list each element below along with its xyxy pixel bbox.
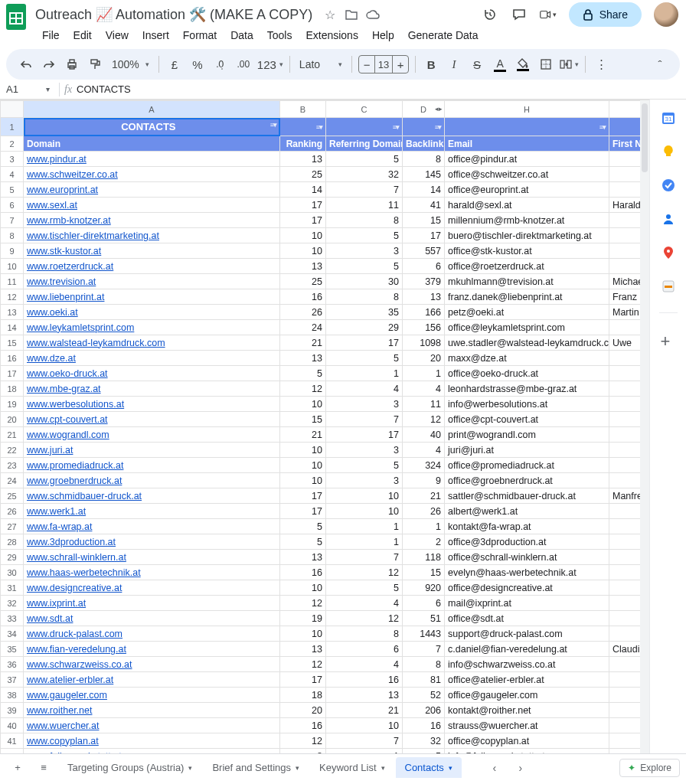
cell-refdomains[interactable]: 5: [326, 228, 403, 243]
cell-refdomains[interactable]: 11: [326, 198, 403, 213]
cell-refdomains[interactable]: 5: [326, 152, 403, 167]
cell-refdomains[interactable]: 7: [326, 182, 403, 198]
cell-firstname[interactable]: [609, 550, 644, 565]
cell-email[interactable]: info@werbesolutions.at: [445, 397, 609, 412]
maps-icon[interactable]: [661, 245, 676, 260]
cell-ranking[interactable]: 19: [280, 611, 326, 626]
cell-domain[interactable]: www.sexl.at: [24, 198, 280, 213]
cell-email[interactable]: office@pindur.at: [445, 152, 609, 167]
cell-ranking[interactable]: 10: [280, 626, 326, 642]
cell-firstname[interactable]: [609, 473, 644, 488]
cell-email[interactable]: office@schweitzer.co.at: [445, 167, 609, 182]
cell-ranking[interactable]: 10: [280, 473, 326, 488]
row-header[interactable]: 21: [1, 427, 24, 443]
cell-domain[interactable]: www.werk1.at: [24, 504, 280, 519]
cell-firstname[interactable]: Harald: [609, 198, 644, 213]
row-header[interactable]: 28: [1, 534, 24, 550]
cell-email[interactable]: buero@tischler-direktmarketing.at: [445, 228, 609, 243]
row-header[interactable]: 23: [1, 458, 24, 473]
cell-firstname[interactable]: [609, 657, 644, 672]
cell-backlinks[interactable]: 920: [403, 580, 445, 596]
cell-refdomains[interactable]: 30: [326, 274, 403, 289]
filter-icon[interactable]: ≡▾: [599, 123, 606, 131]
cell-ranking[interactable]: 16: [280, 565, 326, 580]
cell-email[interactable]: support@druck-palast.com: [445, 626, 609, 642]
cell-email[interactable]: office@sdt.at: [445, 611, 609, 626]
filter-icon[interactable]: ≡▾: [316, 123, 322, 131]
borders-button[interactable]: [535, 54, 557, 75]
row-header[interactable]: 41: [1, 733, 24, 749]
cell-firstname[interactable]: [609, 504, 644, 519]
cell-domain[interactable]: www.werbesolutions.at: [24, 397, 280, 412]
row-header[interactable]: 26: [1, 504, 24, 519]
cell-ranking[interactable]: 13: [280, 550, 326, 565]
header-email[interactable]: Email: [445, 136, 609, 152]
cell-backlinks[interactable]: 81: [403, 672, 445, 688]
cell-email[interactable]: sattler@schmidbauer-druck.at: [445, 488, 609, 504]
cell-ranking[interactable]: 21: [280, 335, 326, 351]
cell-ranking[interactable]: 16: [280, 718, 326, 733]
col-header-D[interactable]: D◂▸: [403, 101, 445, 118]
cell-email[interactable]: albert@werk1.at: [445, 504, 609, 519]
formula-input[interactable]: CONTACTS: [77, 83, 131, 95]
explore-button[interactable]: ✦ Explore: [619, 759, 680, 777]
calendar-icon[interactable]: 31: [661, 110, 676, 126]
cell-refdomains[interactable]: 17: [326, 335, 403, 351]
paint-format-icon[interactable]: [84, 54, 106, 75]
cell-refdomains[interactable]: 4: [326, 596, 403, 611]
cell-domain[interactable]: www.schweitzer.co.at: [24, 167, 280, 182]
header-refdomains[interactable]: Referring Domains: [326, 136, 403, 152]
cell-firstname[interactable]: Manfre: [609, 488, 644, 504]
cell-backlinks[interactable]: 20: [403, 351, 445, 366]
cell-firstname[interactable]: [609, 167, 644, 182]
font-size-increase[interactable]: +: [393, 58, 408, 71]
header-backlinks[interactable]: Backlinks: [403, 136, 445, 152]
cell-refdomains[interactable]: 5: [326, 580, 403, 596]
cell-refdomains[interactable]: 12: [326, 565, 403, 580]
cell-email[interactable]: leonhardstrasse@mbe-graz.at: [445, 381, 609, 397]
cell-backlinks[interactable]: 17: [403, 228, 445, 243]
account-avatar[interactable]: [654, 2, 678, 27]
cell-email[interactable]: info@schwarzweiss.co.at: [445, 657, 609, 672]
bold-button[interactable]: B: [420, 54, 442, 75]
cell-backlinks[interactable]: 1443: [403, 626, 445, 642]
cell-email[interactable]: office@leykamletsprint.com: [445, 320, 609, 335]
row-header[interactable]: 39: [1, 703, 24, 718]
cell-ranking[interactable]: 13: [280, 259, 326, 274]
cell-backlinks[interactable]: 1: [403, 366, 445, 381]
history-icon[interactable]: [482, 6, 498, 23]
menu-help[interactable]: Help: [367, 26, 400, 44]
cell-firstname[interactable]: [609, 580, 644, 596]
cell-domain[interactable]: www.mbe-graz.at: [24, 381, 280, 397]
cell-backlinks[interactable]: 206: [403, 703, 445, 718]
row-header[interactable]: 14: [1, 320, 24, 335]
cell-domain[interactable]: www.roetzerdruck.at: [24, 259, 280, 274]
keep-icon[interactable]: [661, 144, 676, 159]
cell-firstname[interactable]: [609, 443, 644, 458]
cell-refdomains[interactable]: 21: [326, 703, 403, 718]
sheets-app-icon[interactable]: [6, 4, 26, 30]
row-header[interactable]: 12: [1, 289, 24, 305]
menu-data[interactable]: Data: [225, 26, 259, 44]
row-header[interactable]: 31: [1, 580, 24, 596]
cell-ranking[interactable]: 10: [280, 443, 326, 458]
cell-refdomains[interactable]: 5: [326, 259, 403, 274]
cell-domain[interactable]: www.schrall-winklern.at: [24, 550, 280, 565]
cell-backlinks[interactable]: 40: [403, 427, 445, 443]
cell-firstname[interactable]: [609, 381, 644, 397]
cell-ranking[interactable]: 13: [280, 642, 326, 657]
col-header-C[interactable]: C: [326, 101, 403, 118]
cell-firstname[interactable]: Michae: [609, 274, 644, 289]
cell-ranking[interactable]: 25: [280, 274, 326, 289]
row-header-2[interactable]: 2: [1, 136, 24, 152]
name-box-dropdown-icon[interactable]: ▾: [41, 85, 54, 93]
get-addons-icon[interactable]: +: [661, 332, 676, 347]
cell-refdomains[interactable]: 7: [326, 412, 403, 427]
sheet-tab-targeting-groups-austria-[interactable]: Targeting Groups (Austria)▾: [58, 757, 201, 778]
cell-domain[interactable]: www.oeko-druck.at: [24, 366, 280, 381]
cell-firstname[interactable]: [609, 519, 644, 534]
scroll-tabs-right[interactable]: ›: [509, 756, 532, 779]
cell-email[interactable]: maxx@dze.at: [445, 351, 609, 366]
cell-firstname[interactable]: [609, 366, 644, 381]
cell-backlinks[interactable]: 156: [403, 320, 445, 335]
